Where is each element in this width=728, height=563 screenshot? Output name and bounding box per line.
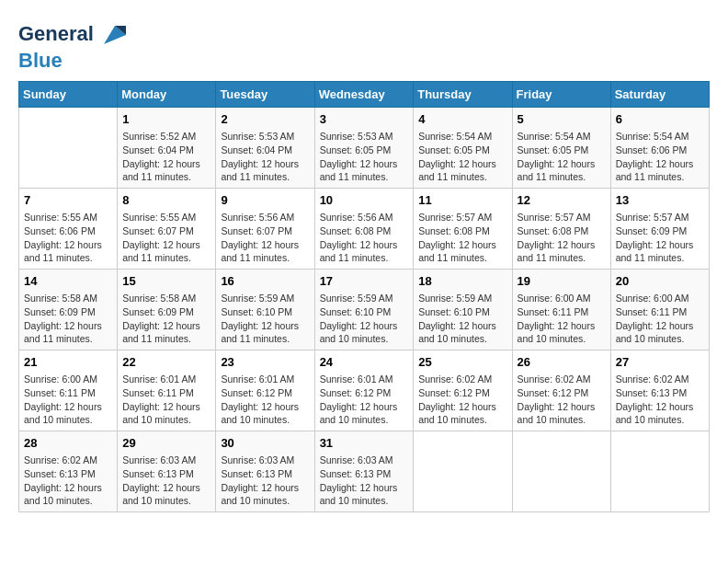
calendar-header-row: SundayMondayTuesdayWednesdayThursdayFrid… (19, 82, 710, 108)
day-info: Sunrise: 5:56 AM Sunset: 6:07 PM Dayligh… (221, 211, 309, 265)
day-info: Sunrise: 5:57 AM Sunset: 6:09 PM Dayligh… (616, 211, 704, 265)
day-number: 5 (518, 111, 606, 128)
day-number: 10 (320, 192, 409, 209)
calendar-cell: 22Sunrise: 6:01 AM Sunset: 6:11 PM Dayli… (118, 350, 216, 431)
calendar-cell: 13Sunrise: 5:57 AM Sunset: 6:09 PM Dayli… (610, 189, 709, 270)
day-number: 31 (320, 435, 409, 452)
calendar-cell: 26Sunrise: 6:02 AM Sunset: 6:12 PM Dayli… (512, 350, 610, 431)
calendar-cell: 6Sunrise: 5:54 AM Sunset: 6:06 PM Daylig… (610, 108, 709, 189)
day-info: Sunrise: 5:58 AM Sunset: 6:09 PM Dayligh… (122, 292, 210, 346)
day-info: Sunrise: 5:53 AM Sunset: 6:05 PM Dayligh… (320, 130, 409, 184)
logo-text: General (18, 23, 94, 45)
calendar-cell: 17Sunrise: 5:59 AM Sunset: 6:10 PM Dayli… (314, 270, 414, 350)
day-info: Sunrise: 5:55 AM Sunset: 6:07 PM Dayligh… (122, 211, 210, 265)
calendar-week-row: 28Sunrise: 6:02 AM Sunset: 6:13 PM Dayli… (19, 431, 710, 511)
calendar-cell: 31Sunrise: 6:03 AM Sunset: 6:13 PM Dayli… (314, 431, 414, 511)
calendar-cell: 16Sunrise: 5:59 AM Sunset: 6:10 PM Dayli… (216, 270, 314, 350)
day-number: 8 (122, 192, 210, 209)
day-number: 7 (24, 192, 112, 209)
day-number: 16 (221, 273, 309, 290)
day-number: 17 (320, 273, 409, 290)
column-header-tuesday: Tuesday (216, 82, 314, 108)
column-header-thursday: Thursday (414, 82, 512, 108)
calendar-cell: 29Sunrise: 6:03 AM Sunset: 6:13 PM Dayli… (118, 431, 216, 511)
day-number: 3 (320, 111, 409, 128)
calendar-week-row: 1Sunrise: 5:52 AM Sunset: 6:04 PM Daylig… (19, 108, 710, 189)
day-info: Sunrise: 6:00 AM Sunset: 6:11 PM Dayligh… (518, 292, 606, 346)
calendar-cell (610, 431, 709, 511)
calendar-cell (19, 108, 118, 189)
day-info: Sunrise: 6:01 AM Sunset: 6:11 PM Dayligh… (122, 373, 210, 427)
day-info: Sunrise: 5:58 AM Sunset: 6:09 PM Dayligh… (24, 292, 112, 346)
day-number: 19 (518, 273, 606, 290)
day-number: 18 (418, 273, 506, 290)
calendar-cell: 24Sunrise: 6:01 AM Sunset: 6:12 PM Dayli… (314, 350, 414, 431)
day-info: Sunrise: 5:54 AM Sunset: 6:05 PM Dayligh… (418, 130, 506, 184)
calendar-cell: 12Sunrise: 5:57 AM Sunset: 6:08 PM Dayli… (512, 189, 610, 270)
day-info: Sunrise: 6:03 AM Sunset: 6:13 PM Dayligh… (122, 454, 210, 508)
calendar-cell: 9Sunrise: 5:56 AM Sunset: 6:07 PM Daylig… (216, 189, 314, 270)
column-header-wednesday: Wednesday (314, 82, 414, 108)
calendar-cell (414, 431, 512, 511)
logo-icon (97, 18, 128, 50)
calendar-cell: 10Sunrise: 5:56 AM Sunset: 6:08 PM Dayli… (314, 189, 414, 270)
logo: General Blue (18, 18, 128, 72)
day-number: 29 (122, 435, 210, 452)
calendar-cell: 30Sunrise: 6:03 AM Sunset: 6:13 PM Dayli… (216, 431, 314, 511)
day-number: 13 (616, 192, 704, 209)
day-number: 20 (616, 273, 704, 290)
day-number: 4 (418, 111, 506, 128)
logo-blue: Blue (18, 50, 128, 72)
column-header-sunday: Sunday (19, 82, 118, 108)
calendar-cell: 3Sunrise: 5:53 AM Sunset: 6:05 PM Daylig… (314, 108, 414, 189)
day-info: Sunrise: 6:00 AM Sunset: 6:11 PM Dayligh… (24, 373, 112, 427)
calendar-week-row: 7Sunrise: 5:55 AM Sunset: 6:06 PM Daylig… (19, 189, 710, 270)
calendar-cell: 18Sunrise: 5:59 AM Sunset: 6:10 PM Dayli… (414, 270, 512, 350)
calendar-cell: 1Sunrise: 5:52 AM Sunset: 6:04 PM Daylig… (118, 108, 216, 189)
day-number: 2 (221, 111, 309, 128)
day-info: Sunrise: 6:02 AM Sunset: 6:13 PM Dayligh… (24, 454, 112, 508)
day-number: 23 (221, 354, 309, 371)
calendar-cell: 5Sunrise: 5:54 AM Sunset: 6:05 PM Daylig… (512, 108, 610, 189)
calendar-week-row: 14Sunrise: 5:58 AM Sunset: 6:09 PM Dayli… (19, 270, 710, 350)
day-number: 15 (122, 273, 210, 290)
day-info: Sunrise: 5:55 AM Sunset: 6:06 PM Dayligh… (24, 211, 112, 265)
day-number: 12 (518, 192, 606, 209)
calendar-cell: 2Sunrise: 5:53 AM Sunset: 6:04 PM Daylig… (216, 108, 314, 189)
day-info: Sunrise: 5:57 AM Sunset: 6:08 PM Dayligh… (418, 211, 506, 265)
day-info: Sunrise: 5:56 AM Sunset: 6:08 PM Dayligh… (320, 211, 409, 265)
calendar-cell: 23Sunrise: 6:01 AM Sunset: 6:12 PM Dayli… (216, 350, 314, 431)
calendar-cell: 8Sunrise: 5:55 AM Sunset: 6:07 PM Daylig… (118, 189, 216, 270)
column-header-saturday: Saturday (610, 82, 709, 108)
calendar-cell: 11Sunrise: 5:57 AM Sunset: 6:08 PM Dayli… (414, 189, 512, 270)
calendar-cell: 28Sunrise: 6:02 AM Sunset: 6:13 PM Dayli… (19, 431, 118, 511)
day-number: 24 (320, 354, 409, 371)
calendar-cell (512, 431, 610, 511)
calendar-cell: 25Sunrise: 6:02 AM Sunset: 6:12 PM Dayli… (414, 350, 512, 431)
day-number: 6 (616, 111, 704, 128)
calendar-cell: 21Sunrise: 6:00 AM Sunset: 6:11 PM Dayli… (19, 350, 118, 431)
day-info: Sunrise: 5:59 AM Sunset: 6:10 PM Dayligh… (418, 292, 506, 346)
day-number: 28 (24, 435, 112, 452)
day-info: Sunrise: 6:02 AM Sunset: 6:13 PM Dayligh… (616, 373, 704, 427)
day-number: 11 (418, 192, 506, 209)
calendar-cell: 20Sunrise: 6:00 AM Sunset: 6:11 PM Dayli… (610, 270, 709, 350)
page-header: General Blue (18, 18, 710, 72)
day-number: 30 (221, 435, 309, 452)
day-info: Sunrise: 5:54 AM Sunset: 6:05 PM Dayligh… (518, 130, 606, 184)
day-info: Sunrise: 6:00 AM Sunset: 6:11 PM Dayligh… (616, 292, 704, 346)
day-number: 26 (518, 354, 606, 371)
day-number: 21 (24, 354, 112, 371)
calendar-cell: 14Sunrise: 5:58 AM Sunset: 6:09 PM Dayli… (19, 270, 118, 350)
column-header-friday: Friday (512, 82, 610, 108)
day-number: 27 (616, 354, 704, 371)
day-info: Sunrise: 5:59 AM Sunset: 6:10 PM Dayligh… (221, 292, 309, 346)
day-info: Sunrise: 6:02 AM Sunset: 6:12 PM Dayligh… (518, 373, 606, 427)
day-info: Sunrise: 5:52 AM Sunset: 6:04 PM Dayligh… (122, 130, 210, 184)
day-info: Sunrise: 6:01 AM Sunset: 6:12 PM Dayligh… (320, 373, 409, 427)
day-number: 14 (24, 273, 112, 290)
day-info: Sunrise: 6:03 AM Sunset: 6:13 PM Dayligh… (320, 454, 409, 508)
day-info: Sunrise: 5:53 AM Sunset: 6:04 PM Dayligh… (221, 130, 309, 184)
day-number: 22 (122, 354, 210, 371)
day-info: Sunrise: 5:54 AM Sunset: 6:06 PM Dayligh… (616, 130, 704, 184)
